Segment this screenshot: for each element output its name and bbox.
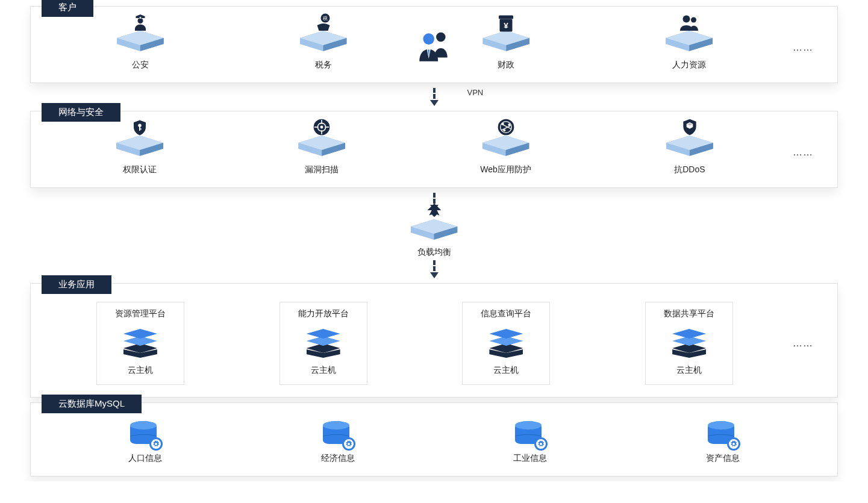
svg-text:税: 税 bbox=[323, 16, 328, 21]
finance-icon: ¥ bbox=[495, 13, 517, 34]
shield-key-icon bbox=[131, 117, 149, 138]
database-icon bbox=[708, 421, 738, 448]
ellipsis: …… bbox=[793, 338, 813, 349]
platform-icon: 税 bbox=[300, 25, 347, 55]
customer-item-hr: 人力资源 bbox=[666, 25, 713, 70]
app-box-query: 信息查询平台 云主机 bbox=[462, 302, 550, 385]
section-security: 网络与安全 权限认证 漏洞扫描 Web应用防护 bbox=[30, 111, 838, 188]
svg-rect-12 bbox=[139, 128, 142, 130]
customer-label: 财政 bbox=[498, 60, 514, 70]
app-box-sub: 云主机 bbox=[128, 365, 153, 376]
ellipsis: …… bbox=[793, 42, 813, 53]
security-item-ddos: 抗DDoS bbox=[666, 130, 713, 175]
arrow-to-apps bbox=[0, 260, 868, 278]
customer-label: 税务 bbox=[315, 60, 332, 70]
app-box-resource: 资源管理平台 云主机 bbox=[96, 302, 184, 385]
load-balance-node: 负载均衡 bbox=[0, 213, 868, 258]
security-row: 权限认证 漏洞扫描 Web应用防护 抗DDoS …… bbox=[49, 130, 819, 175]
db-label: 经济信息 bbox=[321, 453, 355, 464]
security-label: 漏洞扫描 bbox=[305, 164, 339, 175]
security-label: Web应用防护 bbox=[480, 164, 531, 175]
db-item-economy: 经济信息 bbox=[321, 421, 355, 464]
tax-icon: 税 bbox=[313, 13, 334, 34]
app-box-capability: 能力开放平台 云主机 bbox=[279, 302, 367, 385]
vm-stack-icon bbox=[671, 329, 707, 359]
svg-point-26 bbox=[503, 129, 505, 131]
app-box-sub: 云主机 bbox=[311, 365, 336, 376]
customer-item-finance: ¥ 财政 bbox=[482, 25, 529, 70]
customer-label: 公安 bbox=[132, 60, 149, 70]
app-box-title: 信息查询平台 bbox=[481, 308, 531, 319]
vm-stack-icon bbox=[122, 329, 158, 359]
svg-rect-3 bbox=[499, 16, 513, 19]
svg-point-25 bbox=[508, 123, 510, 126]
section-security-label: 网络与安全 bbox=[42, 103, 120, 122]
db-item-population: 人口信息 bbox=[128, 421, 162, 464]
app-box-sub: 云主机 bbox=[493, 365, 519, 376]
svg-point-15 bbox=[320, 126, 323, 129]
arrow-vpn: VPN bbox=[0, 88, 868, 106]
vpn-label: VPN bbox=[467, 88, 484, 97]
svg-point-6 bbox=[683, 16, 690, 23]
db-row: 人口信息 经济信息 工业信息 资产信息 bbox=[49, 421, 819, 464]
section-db-label: 云数据库MySQL bbox=[42, 395, 142, 413]
section-apps: 业务应用 资源管理平台 云主机 能力开放平台 云主机 信息查询平台 云主机 数据… bbox=[30, 283, 838, 398]
businesspeople-icon bbox=[416, 30, 453, 63]
vm-stack-icon bbox=[305, 329, 342, 359]
cube-shield-icon bbox=[680, 117, 699, 137]
hr-icon bbox=[677, 13, 701, 34]
svg-point-8 bbox=[436, 33, 446, 42]
apps-row: 资源管理平台 云主机 能力开放平台 云主机 信息查询平台 云主机 数据共享平台 … bbox=[49, 302, 819, 385]
platform-icon: ¥ bbox=[482, 25, 529, 55]
police-icon bbox=[130, 13, 151, 34]
platform-icon bbox=[666, 25, 713, 55]
load-balance-label: 负载均衡 bbox=[417, 247, 451, 258]
app-box-title: 能力开放平台 bbox=[298, 308, 349, 319]
db-item-industry: 工业信息 bbox=[513, 421, 547, 464]
db-label: 资产信息 bbox=[706, 453, 740, 464]
db-label: 工业信息 bbox=[513, 453, 547, 464]
platform-icon bbox=[117, 25, 164, 55]
ellipsis: …… bbox=[793, 147, 813, 158]
database-icon bbox=[323, 421, 353, 448]
app-box-share: 数据共享平台 云主机 bbox=[645, 302, 733, 385]
section-customers-label: 客户 bbox=[42, 0, 93, 17]
scan-target-icon bbox=[312, 117, 331, 137]
database-icon bbox=[130, 421, 160, 448]
vm-stack-icon bbox=[488, 329, 524, 359]
app-box-sub: 云主机 bbox=[676, 365, 702, 376]
app-box-title: 资源管理平台 bbox=[115, 308, 166, 319]
app-box-title: 数据共享平台 bbox=[664, 308, 714, 319]
customer-item-tax: 税 税务 bbox=[300, 25, 347, 70]
customer-item-police: 公安 bbox=[117, 25, 164, 70]
svg-point-9 bbox=[423, 33, 434, 45]
security-item-scan: 漏洞扫描 bbox=[298, 130, 345, 175]
db-item-asset: 资产信息 bbox=[706, 421, 740, 464]
security-label: 抗DDoS bbox=[674, 164, 705, 175]
svg-point-7 bbox=[691, 17, 696, 23]
web-shield-icon bbox=[496, 117, 516, 137]
security-item-auth: 权限认证 bbox=[116, 130, 163, 175]
svg-point-24 bbox=[501, 123, 504, 125]
load-balance-icon bbox=[424, 201, 445, 219]
security-item-waf: Web应用防护 bbox=[480, 130, 531, 175]
security-label: 权限认证 bbox=[123, 164, 157, 175]
section-apps-label: 业务应用 bbox=[42, 275, 111, 294]
database-icon bbox=[515, 421, 545, 448]
section-customers: 客户 公安 税 税务 bbox=[30, 6, 838, 83]
db-label: 人口信息 bbox=[128, 453, 162, 464]
svg-text:¥: ¥ bbox=[504, 21, 509, 30]
section-db: 云数据库MySQL 人口信息 经济信息 工业信息 资产信息 bbox=[30, 402, 838, 476]
customer-label: 人力资源 bbox=[672, 60, 706, 70]
